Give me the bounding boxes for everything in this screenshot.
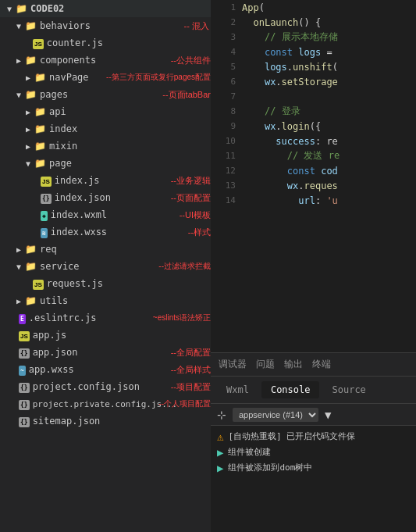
page-json-icon: {} bbox=[41, 192, 52, 204]
tree-root[interactable]: ▼ 📁 CODE02 bbox=[0, 0, 211, 17]
api-icon: 📁 bbox=[34, 106, 46, 117]
tab-terminal[interactable]: 终端 bbox=[308, 356, 336, 373]
tab-console[interactable]: Console bbox=[261, 381, 320, 398]
line-num-9: 9 bbox=[214, 121, 236, 131]
code-line-9: 9 wx.login({ bbox=[211, 119, 416, 134]
page-wxml-annotation: --UI模板 bbox=[180, 209, 211, 221]
eslintrc-label: .eslintrc.js bbox=[29, 312, 97, 323]
code-line-3: 3 // 展示本地存储 bbox=[211, 30, 416, 45]
tree-item-project-private[interactable]: {} project.private.config.js... --个人项目配置 bbox=[0, 395, 211, 412]
code-line-13: 13 wx.reques bbox=[211, 178, 416, 193]
tree-item-navpage[interactable]: ▶ 📁 navPage --第三方页面或复行pages配置 bbox=[0, 69, 211, 86]
code-view[interactable]: 1 App( 2 onLaunch() { 3 // 展示本地存储 4 cons… bbox=[211, 0, 416, 352]
log-text-1: [自动热重载] 已开启代码文件保 bbox=[228, 430, 355, 442]
panel-toolbar: ⊹ appservice (#14) ▼ bbox=[211, 404, 416, 426]
log-text-2: 组件被创建 bbox=[228, 446, 271, 458]
tree-item-app-js[interactable]: JS app.js bbox=[0, 327, 211, 344]
tab-source[interactable]: Source bbox=[322, 381, 375, 398]
tab-wxml[interactable]: Wxml bbox=[217, 381, 258, 398]
api-label: api bbox=[49, 106, 66, 117]
code-line-6: 6 wx.setStorage bbox=[211, 74, 416, 89]
line-num-12: 12 bbox=[214, 166, 236, 176]
request-js-label: request.js bbox=[47, 278, 103, 289]
page-json-annotation: --页面配置 bbox=[171, 192, 211, 204]
counter-js-icon: JS bbox=[33, 37, 44, 49]
mixin-label: mixin bbox=[49, 141, 77, 152]
tree-item-req[interactable]: ▶ 📁 req bbox=[0, 241, 211, 258]
root-folder-icon: 📁 bbox=[16, 3, 27, 14]
line-content-10: success: re bbox=[242, 136, 338, 147]
pages-annotation: --页面tabBar bbox=[162, 89, 211, 101]
utils-label: utils bbox=[40, 295, 68, 306]
line-num-6: 6 bbox=[214, 77, 236, 87]
tree-item-components[interactable]: ▶ 📁 components --公共组件 bbox=[0, 52, 211, 69]
cursor-icon[interactable]: ⊹ bbox=[217, 409, 226, 421]
line-num-11: 11 bbox=[214, 151, 236, 161]
sidebar: ▼ 📁 CODE02 ▼ 📁 behaviors -- 混入 JS counte… bbox=[0, 0, 211, 532]
index-folder-arrow: ▶ bbox=[22, 125, 34, 134]
tree-item-api[interactable]: ▶ 📁 api bbox=[0, 103, 211, 120]
tree-item-request-js[interactable]: JS request.js bbox=[0, 275, 211, 292]
dropdown-arrow-icon[interactable]: ▼ bbox=[325, 409, 331, 421]
tree-item-service[interactable]: ▼ 📁 service --过滤请求拦截 bbox=[0, 258, 211, 275]
project-config-annotation: --项目配置 bbox=[171, 381, 211, 393]
log-warn-icon-1: ⚠ bbox=[217, 430, 223, 443]
project-private-icon: {} bbox=[19, 398, 30, 410]
counter-js-label: counter.js bbox=[47, 37, 103, 48]
tab-debugger[interactable]: 调试器 bbox=[214, 356, 251, 373]
page-index-wxss-label: index.wxss bbox=[51, 227, 107, 237]
tree-item-page-index-json[interactable]: {} index.json --页面配置 bbox=[0, 189, 211, 206]
line-num-3: 3 bbox=[214, 32, 236, 42]
line-content-6: wx.setStorage bbox=[242, 77, 338, 87]
line-content-2: onLaunch() { bbox=[242, 17, 321, 28]
tree-item-page[interactable]: ▼ 📁 page bbox=[0, 155, 211, 172]
code-line-11: 11 // 发送 re bbox=[211, 148, 416, 163]
page-index-json-label: index.json bbox=[55, 192, 111, 203]
bottom-panel: 调试器 问题 输出 终端 Wxml Console Source ⊹ appse… bbox=[211, 352, 416, 532]
tree-item-project-config[interactable]: {} project.config.json --项目配置 bbox=[0, 378, 211, 395]
page-js-icon: JS bbox=[41, 175, 52, 187]
log-line-3: ▶ 组件被添加到dom树中 bbox=[217, 460, 410, 476]
tree-item-page-index-wxml[interactable]: ◈ index.wxml --UI模板 bbox=[0, 206, 211, 223]
navpage-arrow: ▶ bbox=[22, 73, 34, 82]
tab-problems[interactable]: 问题 bbox=[251, 356, 279, 373]
pages-arrow: ▼ bbox=[12, 91, 25, 99]
tab-output[interactable]: 输出 bbox=[279, 356, 308, 373]
tree-item-eslintrc[interactable]: E .eslintrc.js ~eslints语法矫正 bbox=[0, 309, 211, 327]
log-info-icon-2: ▶ bbox=[217, 446, 223, 459]
pages-label: pages bbox=[40, 89, 68, 100]
panel-header-tabs: 调试器 问题 输出 终端 bbox=[211, 353, 416, 377]
tree-item-sitemap[interactable]: {} sitemap.json bbox=[0, 412, 211, 430]
log-info-icon-3: ▶ bbox=[217, 462, 223, 474]
behaviors-arrow: ▼ bbox=[12, 22, 25, 30]
tree-item-app-json[interactable]: {} app.json --全局配置 bbox=[0, 344, 211, 361]
line-content-4: const logs = bbox=[242, 47, 332, 58]
app-json-label: app.json bbox=[33, 347, 78, 358]
tree-item-mixin[interactable]: ▶ 📁 mixin bbox=[0, 137, 211, 155]
code-line-2: 2 onLaunch() { bbox=[211, 15, 416, 30]
tree-item-behaviors[interactable]: ▼ 📁 behaviors -- 混入 bbox=[0, 17, 211, 34]
project-config-label: project.config.json bbox=[33, 381, 140, 392]
tree-item-pages[interactable]: ▼ 📁 pages --页面tabBar bbox=[0, 86, 211, 103]
page-index-js-label: index.js bbox=[55, 175, 100, 186]
tree-item-utils[interactable]: ▶ 📁 utils bbox=[0, 292, 211, 309]
app-wxss-label: app.wxss bbox=[29, 364, 74, 375]
navpage-annotation: --第三方页面或复行pages配置 bbox=[106, 72, 211, 83]
line-content-11: // 发送 re bbox=[242, 149, 340, 162]
tree-item-index-folder[interactable]: ▶ 📁 index bbox=[0, 120, 211, 137]
log-text-3: 组件被添加到dom树中 bbox=[228, 462, 312, 473]
tree-item-page-index-wxss[interactable]: ≋ index.wxss --样式 bbox=[0, 223, 211, 241]
api-arrow: ▶ bbox=[22, 108, 34, 116]
tree-item-page-index-js[interactable]: JS index.js --业务逻辑 bbox=[0, 172, 211, 189]
line-num-7: 7 bbox=[214, 91, 236, 102]
panel-sub-tabs: Wxml Console Source bbox=[211, 377, 416, 404]
device-selector[interactable]: appservice (#14) bbox=[233, 408, 318, 422]
tree-item-counter-js[interactable]: JS counter.js bbox=[0, 34, 211, 52]
req-icon: 📁 bbox=[25, 244, 37, 255]
line-content-5: logs.unshift( bbox=[242, 62, 338, 73]
mixin-arrow: ▶ bbox=[22, 142, 34, 151]
service-icon: 📁 bbox=[25, 261, 37, 272]
code-line-8: 8 // 登录 bbox=[211, 104, 416, 119]
log-line-1: ⚠ [自动热重载] 已开启代码文件保 bbox=[217, 429, 410, 445]
tree-item-app-wxss[interactable]: ~ app.wxss --全局样式 bbox=[0, 361, 211, 378]
